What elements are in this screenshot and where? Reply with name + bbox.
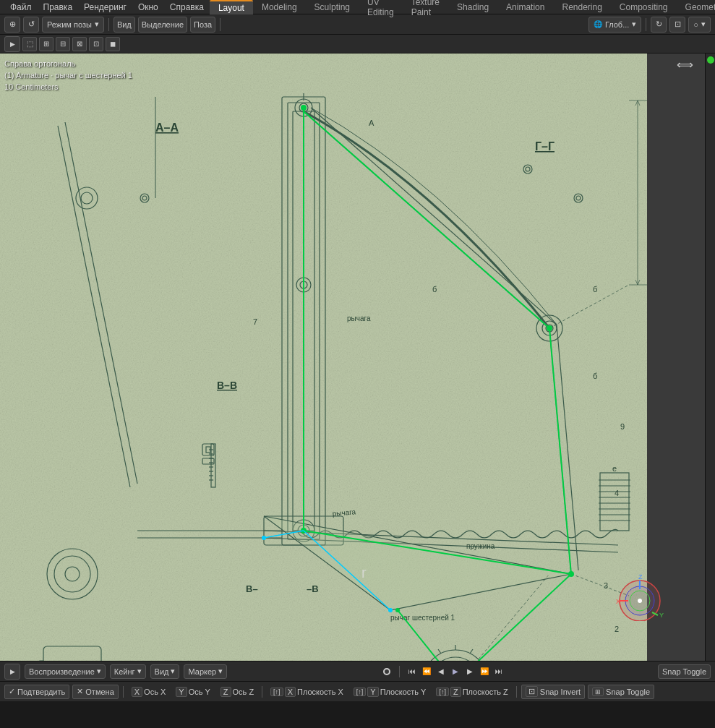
- top-menu-bar: Файл Правка Рендеринг Окно Справка Layou…: [0, 0, 715, 14]
- svg-text:б: б: [432, 285, 437, 294]
- plane-y-group: [↑] Y Плоскость Y: [350, 685, 430, 699]
- icon-vertex-paint[interactable]: ⊡: [89, 37, 103, 51]
- check-icon: ✓: [9, 687, 15, 696]
- playback-controls: ⏮ ⏪ ◀ ▶ ▶ ⏩ ⏭: [406, 665, 505, 678]
- svg-point-125: [638, 599, 642, 603]
- status-sep-1: [123, 686, 124, 698]
- svg-text:е: е: [612, 464, 617, 473]
- jump-to-start-btn[interactable]: ⏮: [406, 665, 419, 678]
- transform-orientations-btn[interactable]: ↻: [651, 17, 667, 33]
- pose-mode-dropdown[interactable]: Режим позы ▾: [42, 17, 104, 33]
- right-panel: [705, 53, 715, 661]
- axis-x-group: X Ось X: [128, 685, 170, 699]
- icon-weight-paint[interactable]: ⊠: [72, 37, 87, 51]
- status-sep-2: [262, 686, 262, 698]
- x-icon: ✕: [77, 687, 83, 696]
- svg-text:пружина: пружина: [466, 542, 495, 550]
- icon-texture-paint[interactable]: ◼: [106, 37, 120, 51]
- blueprint-background: А–А Г–Г В–В 7 рычага А б б б е 4 3 2 9: [0, 53, 647, 661]
- mode-indicator[interactable]: ▶: [4, 36, 20, 52]
- svg-text:б: б: [593, 285, 597, 294]
- marker-dropdown[interactable]: Маркер ▾: [184, 664, 227, 679]
- svg-text:б: б: [593, 372, 597, 380]
- confirm-btn[interactable]: ✓ Подтвердить: [4, 685, 69, 699]
- svg-text:X: X: [616, 598, 620, 605]
- panel-active-indicator: [707, 56, 714, 64]
- menu-file[interactable]: Файл: [4, 1, 38, 14]
- blueprint-drawing: А–А Г–Г В–В 7 рычага А б б б е 4 3 2 9: [0, 53, 647, 661]
- toolbar-icon-btn-1[interactable]: ⊕: [4, 17, 20, 33]
- svg-text:В–В: В–В: [217, 380, 237, 391]
- snap-toggle-group[interactable]: ⊞ Snap Toggle: [588, 685, 654, 699]
- workspace-tabs: Layout Modeling Sculpting UV Editing Tex…: [210, 0, 715, 19]
- prev-frame-btn[interactable]: ◀: [434, 665, 448, 678]
- menu-window[interactable]: Окно: [132, 1, 164, 14]
- svg-text:А–А: А–А: [155, 121, 179, 134]
- viewport-3d[interactable]: А–А Г–Г В–В 7 рычага А б б б е 4 3 2 9: [0, 53, 705, 661]
- svg-text:рычаг шестерней 1: рычаг шестерней 1: [390, 614, 455, 622]
- viewport-corner-arrows[interactable]: ⟺: [677, 58, 693, 72]
- tab-animation[interactable]: Animation: [497, 1, 553, 14]
- timeline-frame-indicator[interactable]: [383, 668, 390, 675]
- keying-dropdown[interactable]: Кейнг ▾: [110, 664, 146, 679]
- menu-edit[interactable]: Правка: [38, 1, 79, 14]
- view-dropdown[interactable]: Вид ▾: [150, 664, 180, 679]
- toolbar-separator-1: [108, 18, 109, 31]
- tab-shading[interactable]: Shading: [448, 1, 497, 14]
- global-transform-dropdown[interactable]: 🌐 Глоб... ▾: [588, 17, 641, 33]
- timeline-mode-btn[interactable]: ▶: [4, 664, 20, 680]
- view-menu-btn[interactable]: Вид: [114, 17, 135, 33]
- snap-invert-group[interactable]: ⊡ Snap Invert: [521, 685, 585, 699]
- menu-help[interactable]: Справка: [164, 1, 210, 14]
- snap-btn[interactable]: ⊡: [669, 17, 685, 33]
- snap-toggle-btn[interactable]: Snap Toggle: [658, 664, 711, 679]
- status-bar: ✓ Подтвердить ✕ Отмена X Ось X Y Ось Y Z…: [0, 681, 715, 701]
- icon-row: ▶ ⬚ ⊞ ⊟ ⊠ ⊡ ◼: [0, 35, 715, 53]
- svg-text:А: А: [369, 119, 374, 127]
- svg-text:3: 3: [604, 581, 608, 590]
- toolbar-separator-3: [646, 18, 646, 31]
- next-frame-btn[interactable]: ▶: [463, 665, 476, 678]
- viewport-gizmo[interactable]: Z X Y: [615, 570, 665, 621]
- svg-text:В–: В–: [246, 583, 258, 594]
- main-area: А–А Г–Г В–В 7 рычага А б б б е 4 3 2 9: [0, 53, 715, 661]
- plane-x-group: [↑] X Плоскость X: [267, 685, 347, 699]
- prev-keyframe-btn[interactable]: ⏪: [420, 665, 433, 678]
- toolbar-icon-btn-2[interactable]: ↺: [23, 17, 39, 33]
- selection-menu-btn[interactable]: Выделение: [138, 17, 187, 33]
- axis-z-group: Z Ось Z: [217, 685, 257, 699]
- svg-text:Y: Y: [659, 612, 664, 619]
- menu-render[interactable]: Рендеринг: [78, 1, 132, 14]
- timeline-bar: ▶ Воспроизведение ▾ Кейнг ▾ Вид ▾ Маркер…: [0, 661, 715, 681]
- cancel-btn[interactable]: ✕ Отмена: [72, 685, 118, 699]
- icon-object-mode[interactable]: ⬚: [22, 37, 37, 51]
- svg-text:Z: Z: [638, 573, 643, 581]
- jump-to-end-btn[interactable]: ⏭: [492, 665, 505, 678]
- tab-texture-paint[interactable]: Texture Paint: [403, 0, 448, 19]
- svg-text:–В: –В: [307, 583, 319, 594]
- svg-text:7: 7: [253, 317, 257, 326]
- svg-text:4: 4: [615, 489, 619, 497]
- icon-pose-mode[interactable]: ⊟: [56, 37, 70, 51]
- playback-dropdown[interactable]: Воспроизведение ▾: [25, 664, 106, 679]
- toolbar-separator-2: [220, 18, 221, 31]
- tab-rendering[interactable]: Rendering: [553, 1, 610, 14]
- svg-text:рычага: рычага: [347, 314, 371, 322]
- proportional-edit-dropdown[interactable]: ○▾: [688, 17, 711, 33]
- tab-compositing[interactable]: Compositing: [611, 1, 677, 14]
- pose-menu-btn[interactable]: Поза: [190, 17, 215, 33]
- tab-uv-editing[interactable]: UV Editing: [359, 0, 403, 19]
- tab-geometry[interactable]: Geometry…: [677, 1, 715, 14]
- svg-text:Г–Г: Г–Г: [535, 140, 555, 153]
- next-keyframe-btn[interactable]: ⏩: [478, 665, 491, 678]
- play-btn[interactable]: ▶: [449, 665, 462, 678]
- axis-y-group: Y Ось Y: [172, 685, 214, 699]
- icon-edit-mode[interactable]: ⊞: [39, 37, 53, 51]
- svg-text:2: 2: [615, 625, 619, 633]
- timeline-separator-1: [399, 666, 400, 677]
- tab-layout[interactable]: Layout: [210, 0, 253, 14]
- tab-sculpting[interactable]: Sculpting: [306, 1, 359, 14]
- tab-modeling[interactable]: Modeling: [253, 1, 306, 14]
- plane-z-group: [↑] Z Плоскость Z: [432, 685, 511, 699]
- cursor-indicator: r: [361, 565, 367, 581]
